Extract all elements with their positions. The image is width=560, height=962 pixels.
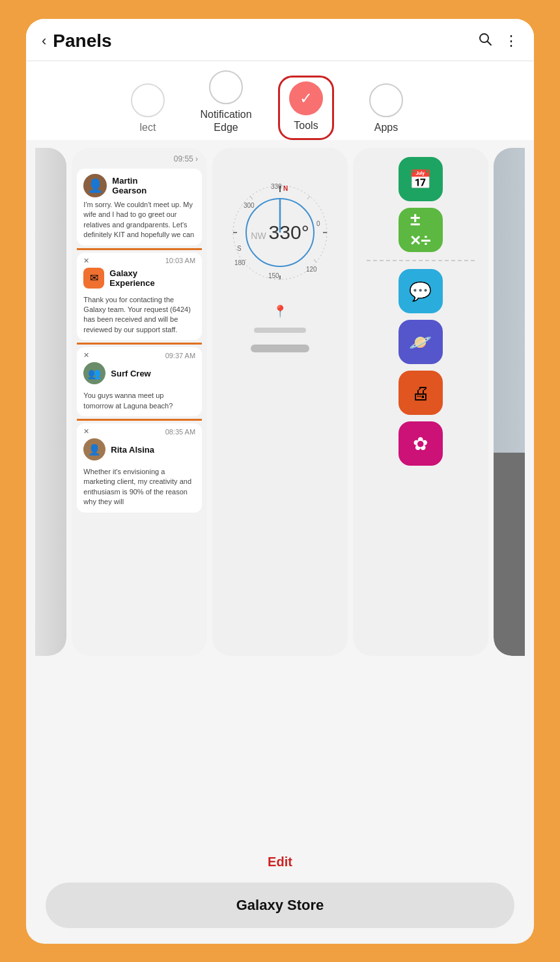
notif-sender-name: MartinGearson — [112, 176, 147, 195]
tab-select[interactable]: lect — [122, 83, 174, 140]
location-pin-icon: 📍 — [273, 304, 287, 318]
compass-degrees: 330° — [269, 221, 309, 243]
compass-handle — [251, 345, 309, 352]
header: ‹ Panels ⋮ — [26, 19, 534, 61]
header-icons: ⋮ — [478, 32, 518, 50]
notif-sender-name: Surf Crew — [111, 369, 150, 378]
tab-select-circle — [131, 83, 165, 117]
notif-row-header: ✕ 09:37 AM — [77, 347, 202, 362]
notif-icon: ✉ — [83, 268, 104, 289]
search-icon[interactable] — [478, 32, 492, 50]
notif-sender-name: GalaxyExperience — [109, 268, 154, 288]
compass-reading: NW 330° — [251, 221, 309, 244]
svg-text:180: 180 — [234, 259, 245, 266]
right-partial-panel — [494, 148, 525, 656]
svg-line-21 — [314, 259, 316, 262]
tab-apps[interactable]: Apps — [334, 83, 438, 140]
notif-body: Thank you for contacting the Galaxy team… — [77, 295, 202, 341]
svg-text:0: 0 — [316, 220, 320, 227]
app-icon-chats[interactable]: 💬 — [399, 269, 443, 313]
list-item: ✕ 10:03 AM ✉ GalaxyExperience Thank you … — [77, 253, 202, 341]
notif-timestamp: 09:55 › — [72, 148, 207, 166]
svg-line-19 — [307, 196, 310, 199]
svg-text:150: 150 — [268, 272, 279, 279]
dismiss-icon[interactable]: ✕ — [83, 427, 89, 436]
svg-text:120: 120 — [306, 266, 317, 273]
app-icon-blossom[interactable]: ✿ — [399, 421, 443, 466]
back-button[interactable]: ‹ — [42, 33, 46, 50]
tab-apps-label: Apps — [374, 121, 398, 135]
compass-bar — [254, 328, 306, 333]
notif-time: 10:03 AM — [165, 257, 195, 264]
compass-direction: NW — [251, 231, 268, 241]
galaxy-store-button[interactable]: Galaxy Store — [46, 883, 514, 928]
apps-divider — [367, 260, 475, 261]
avatar: 👤 — [83, 438, 105, 460]
app-icon-calendar[interactable]: 📅 — [399, 157, 443, 201]
tab-select-label: lect — [140, 121, 156, 135]
svg-text:300: 300 — [244, 202, 255, 209]
edit-label[interactable]: Edit — [26, 843, 534, 876]
notif-row-header: ✕ 10:03 AM — [77, 253, 202, 268]
notif-divider — [77, 248, 202, 250]
tab-notif-label: NotificationEdge — [200, 108, 251, 135]
list-item: ✕ 09:37 AM 👥 Surf Crew You guys wanna me… — [77, 347, 202, 416]
notif-time: 09:37 AM — [165, 352, 195, 360]
notif-body: You guys wanna meet up tomorrow at Lagun… — [77, 391, 202, 416]
dismiss-icon[interactable]: ✕ — [83, 351, 89, 360]
svg-text:N: N — [283, 185, 288, 192]
list-item: ✕ 08:35 AM 👤 Rita Alsina Whether it's en… — [77, 423, 202, 513]
tab-strip: lect NotificationEdge ✓ Tools Apps — [26, 61, 534, 141]
svg-text:S: S — [237, 245, 242, 252]
list-item: 👤 MartinGearson I'm sorry. We couldn't m… — [77, 169, 202, 246]
notif-header: 👤 Rita Alsina — [77, 438, 202, 464]
page-title: Panels — [53, 31, 478, 51]
notif-body: Whether it's envisioning a marketing cli… — [77, 467, 202, 513]
notif-divider-3 — [77, 419, 202, 421]
more-options-icon[interactable]: ⋮ — [504, 33, 518, 50]
app-icon-printing[interactable]: 🖨 — [399, 371, 443, 415]
notif-header: ✉ GalaxyExperience — [77, 268, 202, 292]
select-panel-partial — [35, 148, 66, 656]
avatar: 👥 — [83, 362, 105, 384]
app-icon-calculator[interactable]: ±×÷ — [399, 208, 443, 252]
tools-panel: N 300 330 0 S 180 150 120 — [212, 148, 348, 656]
notif-header: 👥 Surf Crew — [77, 362, 202, 388]
notif-body: I'm sorry. We couldn't meet up. My wife … — [83, 200, 195, 240]
compass-display: N 300 330 0 S 180 150 120 — [228, 180, 332, 285]
tab-notif-circle — [209, 70, 243, 104]
phone-frame: ‹ Panels ⋮ lect NotificationEdge — [26, 19, 534, 944]
app-icon-saturn[interactable]: 🪐 — [399, 320, 443, 364]
tab-apps-circle — [369, 83, 403, 117]
svg-line-1 — [488, 41, 492, 45]
panels-row: 09:55 › 👤 MartinGearson I'm sorry. We co… — [26, 140, 534, 842]
notif-row-header: ✕ 08:35 AM — [77, 423, 202, 438]
tab-tools-label: Tools — [294, 119, 318, 133]
avatar: 👤 — [83, 174, 107, 197]
notif-header: 👤 MartinGearson — [83, 174, 195, 197]
tab-notification-edge[interactable]: NotificationEdge — [174, 70, 278, 141]
notif-sender-name: Rita Alsina — [111, 445, 154, 455]
notif-time: 08:35 AM — [165, 428, 195, 436]
svg-line-18 — [250, 196, 253, 199]
tab-tools[interactable]: ✓ Tools — [278, 76, 334, 140]
tab-tools-circle: ✓ — [289, 81, 323, 115]
checkmark-icon: ✓ — [300, 89, 313, 107]
apps-panel: 📅 ±×÷ 💬 🪐 🖨 ✿ — [353, 148, 488, 656]
notif-divider-2 — [77, 343, 202, 345]
dismiss-icon[interactable]: ✕ — [83, 257, 89, 265]
notification-edge-panel: 09:55 › 👤 MartinGearson I'm sorry. We co… — [72, 148, 207, 656]
